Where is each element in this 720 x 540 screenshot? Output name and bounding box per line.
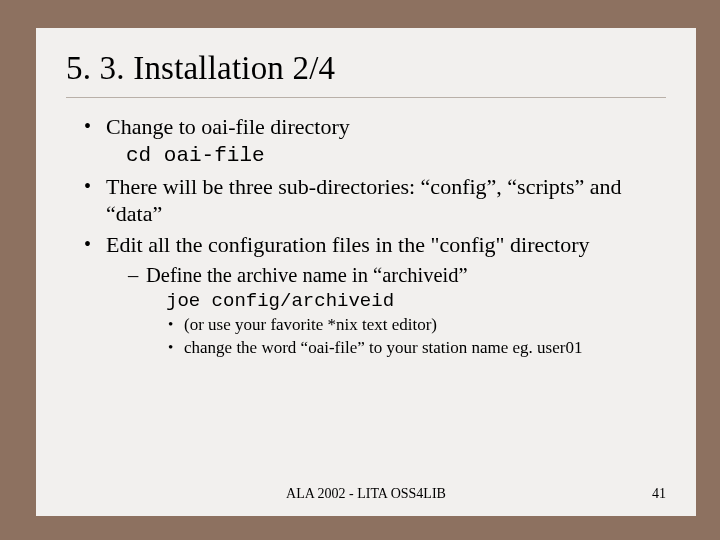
sub-bullet-list: Define the archive name in “archiveid” j…: [106, 263, 666, 359]
bullet-item: There will be three sub-directories: “co…: [84, 174, 666, 228]
code-line: cd oai-file: [126, 143, 666, 169]
slide-title: 5. 3. Installation 2/4: [66, 50, 666, 87]
subsub-bullet-item: change the word “oai-file” to your stati…: [168, 338, 666, 359]
sub-bullet-text: Define the archive name in “archiveid”: [146, 264, 468, 286]
bullet-list: Change to oai-file directory cd oai-file…: [66, 114, 666, 359]
sub-bullet-item: Define the archive name in “archiveid” j…: [128, 263, 666, 359]
bullet-item: Change to oai-file directory cd oai-file: [84, 114, 666, 168]
bullet-text: There will be three sub-directories: “co…: [106, 174, 622, 226]
footer-center: ALA 2002 - LITA OSS4LIB: [66, 486, 666, 502]
bullet-text: Change to oai-file directory: [106, 114, 350, 139]
bullet-item: Edit all the configuration files in the …: [84, 232, 666, 358]
subsub-bullet-item: (or use your favorite *nix text editor): [168, 315, 666, 336]
slide: 5. 3. Installation 2/4 Change to oai-fil…: [36, 28, 696, 516]
title-divider: [66, 97, 666, 98]
footer: ALA 2002 - LITA OSS4LIB 41: [66, 486, 666, 502]
bullet-text: Edit all the configuration files in the …: [106, 232, 589, 257]
code-line: joe config/archiveid: [166, 290, 666, 313]
subsub-bullet-list: (or use your favorite *nix text editor) …: [146, 315, 666, 358]
